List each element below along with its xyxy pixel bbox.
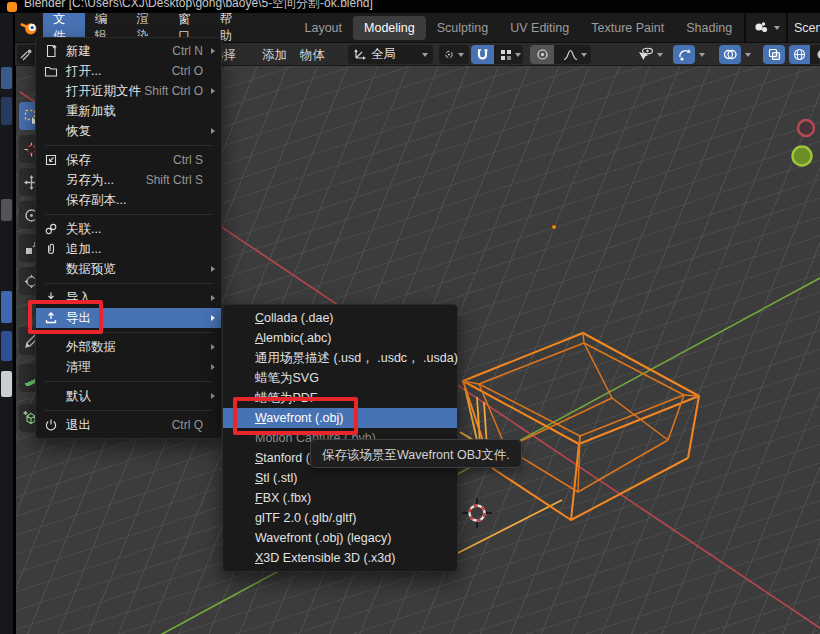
- file-menu-item-import[interactable]: 导入: [36, 288, 221, 308]
- xray-icon: [768, 48, 781, 61]
- submenu-arrow-icon: [211, 266, 215, 272]
- export-item-alembic[interactable]: Alembic(.abc): [223, 328, 457, 348]
- export-item-fbx[interactable]: FBX (.fbx): [223, 488, 457, 508]
- tab-shading[interactable]: Shading: [675, 16, 743, 40]
- submenu-arrow-icon: [211, 295, 215, 301]
- orientation-value: 全局: [371, 46, 396, 63]
- file-menu-dropdown: 新建 Ctrl N 打开... Ctrl O 打开近期文件 Shift Ctrl…: [35, 37, 222, 439]
- file-menu-item-save-as[interactable]: 另存为... Shift Ctrl S: [36, 170, 221, 190]
- tab-sculpting[interactable]: Sculpting: [426, 16, 499, 40]
- shading-solid-button[interactable]: [810, 45, 820, 64]
- scene-icon: [753, 20, 771, 36]
- file-menu-item-defaults[interactable]: 默认: [36, 386, 221, 406]
- transform-orientation-dropdown[interactable]: 全局: [348, 45, 433, 64]
- file-menu-item-save[interactable]: 保存 Ctrl S: [36, 150, 221, 170]
- title-bar: Blender [C:\Users\CXJ\Desktop\gong\baoye…: [0, 0, 820, 13]
- editor-type-icon: [19, 48, 33, 62]
- tooltip: 保存该场景至Wavefront OBJ文件.: [310, 439, 522, 468]
- object-menu[interactable]: 物体: [300, 47, 325, 64]
- chevron-down-icon: [458, 53, 464, 57]
- file-menu-item-save-copy[interactable]: 保存副本...: [36, 190, 221, 210]
- divider: [786, 13, 788, 42]
- chevron-down-icon: [515, 53, 521, 57]
- chevron-down-icon: [422, 53, 428, 57]
- export-icon: [43, 311, 59, 325]
- tooltip-text: 保存该场景至Wavefront OBJ文件.: [322, 448, 510, 462]
- visibility-dropdown[interactable]: [637, 45, 663, 64]
- tab-layout[interactable]: Layout: [294, 16, 354, 40]
- snap-target-icon: [500, 49, 512, 61]
- export-item-gltf[interactable]: glTF 2.0 (.glb/.gltf): [223, 508, 457, 528]
- menu-separator: [45, 145, 212, 146]
- file-menu-item-revert[interactable]: 重新加载: [36, 101, 221, 121]
- shading-solid-icon: [816, 48, 820, 61]
- file-menu-item-append[interactable]: 追加...: [36, 239, 221, 259]
- file-menu-item-clean-up[interactable]: 清理: [36, 357, 221, 377]
- desktop-icon: [1, 199, 12, 221]
- export-item-grease-pencil-svg[interactable]: 蜡笔为SVG: [223, 368, 457, 388]
- chevron-down-icon: [657, 53, 663, 57]
- submenu-arrow-icon: [211, 364, 215, 370]
- snap-controls: [471, 45, 523, 64]
- blender-logo-icon: [20, 17, 39, 39]
- file-menu-item-data-preview[interactable]: 数据预览: [36, 259, 221, 279]
- file-menu-item-recover[interactable]: 恢复: [36, 121, 221, 141]
- tab-modeling[interactable]: Modeling: [353, 16, 426, 40]
- file-menu-item-open[interactable]: 打开... Ctrl O: [36, 61, 221, 81]
- file-new-icon: [43, 44, 59, 58]
- shading-wireframe-icon: [793, 48, 806, 61]
- save-icon: [43, 153, 59, 167]
- menu-separator: [45, 410, 212, 411]
- export-item-x3d[interactable]: X3D Extensible 3D (.x3d): [223, 548, 457, 568]
- scene-selector[interactable]: Scene: [744, 13, 820, 42]
- submenu-arrow-icon: [211, 344, 215, 350]
- show-overlays-toggle[interactable]: [719, 45, 741, 64]
- submenu-arrow-icon: [211, 315, 215, 321]
- desktop-icon: [1, 291, 12, 323]
- proportional-editing-toggle[interactable]: [530, 45, 554, 64]
- submenu-arrow-icon: [211, 88, 215, 94]
- file-menu-item-link[interactable]: 关联...: [36, 219, 221, 239]
- export-item-usd[interactable]: 通用场景描述 (.usd， .usdc， .usda): [223, 348, 457, 368]
- tab-texture-paint[interactable]: Texture Paint: [580, 16, 675, 40]
- export-item-wavefront-legacy[interactable]: Wavefront (.obj) (legacy): [223, 528, 457, 548]
- window-title: Blender [C:\Users\CXJ\Desktop\gong\baoye…: [24, 0, 373, 12]
- import-icon: [43, 291, 59, 305]
- submenu-arrow-icon: [211, 128, 215, 134]
- export-item-wavefront-obj[interactable]: Wavefront (.obj): [223, 408, 457, 428]
- pivot-point-icon: [444, 48, 454, 61]
- tab-uv-editing[interactable]: UV Editing: [499, 16, 580, 40]
- chevron-down-icon[interactable]: [745, 53, 751, 57]
- file-menu-item-new[interactable]: 新建 Ctrl N: [36, 41, 221, 61]
- menu-separator: [45, 332, 212, 333]
- snap-toggle[interactable]: [471, 45, 494, 64]
- export-item-stl[interactable]: Stl (.stl): [223, 468, 457, 488]
- shading-wireframe-button[interactable]: [789, 45, 810, 64]
- file-menu-item-export[interactable]: 导出: [36, 308, 221, 328]
- show-gizmo-toggle[interactable]: [673, 45, 695, 64]
- export-item-grease-pencil-pdf[interactable]: 蜡笔为PDF: [223, 388, 457, 408]
- desktop-strip: [0, 13, 13, 634]
- falloff-dropdown[interactable]: [558, 49, 591, 61]
- file-menu-item-external-data[interactable]: 外部数据: [36, 337, 221, 357]
- snap-target-dropdown[interactable]: [498, 49, 523, 61]
- scene-name: Scene: [794, 21, 820, 35]
- desktop-icon: [1, 97, 12, 125]
- add-menu[interactable]: 添加: [262, 47, 287, 64]
- file-menu-item-open-recent[interactable]: 打开近期文件 Shift Ctrl O: [36, 81, 221, 101]
- desktop-icon: [1, 331, 12, 361]
- submenu-arrow-icon: [211, 393, 215, 399]
- chevron-down-icon: [774, 26, 780, 30]
- power-icon: [43, 418, 59, 432]
- window-edge: [13, 13, 16, 634]
- export-item-collada[interactable]: Collada (.dae): [223, 308, 457, 328]
- proportional-editing-controls: [530, 45, 591, 64]
- xray-toggle[interactable]: [763, 45, 785, 64]
- gizmos-icon: [678, 48, 691, 61]
- visibility-icon: [637, 47, 654, 62]
- pivot-point-dropdown[interactable]: [439, 45, 469, 64]
- chevron-down-icon[interactable]: [699, 53, 705, 57]
- file-menu-item-quit[interactable]: 退出 Ctrl Q: [36, 415, 221, 435]
- export-submenu: Collada (.dae) Alembic(.abc) 通用场景描述 (.us…: [222, 304, 458, 572]
- folder-icon: [43, 64, 59, 78]
